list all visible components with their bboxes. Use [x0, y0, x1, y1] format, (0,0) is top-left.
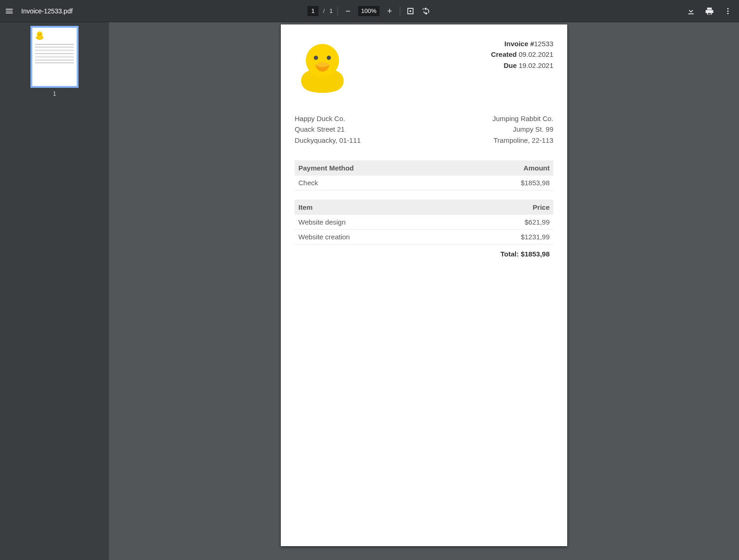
- sender-name: Happy Duck Co.: [295, 113, 361, 124]
- item-header: Item: [295, 200, 454, 215]
- invoice-meta: Invoice #12533 Created 09.02.2021 Due 19…: [491, 38, 553, 71]
- workspace: 1: [0, 22, 739, 560]
- svg-point-5: [38, 33, 39, 34]
- amount-header: Amount: [459, 160, 553, 176]
- item-price: $621,99: [454, 215, 553, 230]
- created-label: Created: [491, 50, 517, 58]
- toolbar-divider: [337, 6, 338, 16]
- fit-page-icon[interactable]: [405, 6, 416, 17]
- page-separator: /: [323, 7, 325, 14]
- recipient-address: Jumping Rabbit Co. Jumpy St. 99 Trampoli…: [492, 113, 553, 146]
- download-icon[interactable]: [685, 6, 697, 17]
- items-table: Item Price Website design $621,99 Websit…: [295, 200, 553, 244]
- document-viewer[interactable]: Invoice #12533 Created 09.02.2021 Due 19…: [109, 22, 739, 560]
- svg-point-11: [327, 56, 331, 60]
- payment-method-value: Check: [295, 176, 459, 190]
- zoom-in-button[interactable]: +: [384, 6, 395, 17]
- created-date: 09.02.2021: [519, 50, 553, 58]
- sender-city: Duckyquacky, 01-111: [295, 135, 361, 146]
- thumbnail-sidebar: 1: [0, 22, 109, 560]
- page-total: 1: [329, 7, 333, 14]
- sender-address: Happy Duck Co. Quack Street 21 Duckyquac…: [295, 113, 361, 146]
- zoom-level-input[interactable]: [358, 6, 379, 16]
- toolbar-divider: [400, 6, 400, 16]
- svg-point-6: [40, 33, 41, 34]
- payment-method-header: Payment Method: [295, 160, 459, 176]
- pdf-toolbar: Invoice-12533.pdf / 1 − +: [0, 0, 739, 22]
- invoice-number-label: Invoice #: [504, 40, 534, 48]
- document-filename: Invoice-12533.pdf: [21, 7, 73, 15]
- price-header: Price: [454, 200, 553, 215]
- recipient-street: Jumpy St. 99: [492, 124, 553, 134]
- payment-table: Payment Method Amount Check $1853,98: [295, 160, 553, 190]
- item-name: Website design: [295, 215, 454, 230]
- svg-point-2: [727, 12, 729, 14]
- pdf-page: Invoice #12533 Created 09.02.2021 Due 19…: [281, 24, 567, 546]
- menu-icon[interactable]: [4, 6, 15, 17]
- table-row: Check $1853,98: [295, 176, 553, 190]
- svg-point-10: [314, 56, 318, 60]
- recipient-name: Jumping Rabbit Co.: [492, 113, 553, 124]
- thumbnail-page-number: 1: [53, 91, 56, 97]
- item-name: Website creation: [295, 229, 454, 244]
- due-date: 19.02.2021: [519, 61, 553, 69]
- zoom-out-button[interactable]: −: [342, 6, 353, 17]
- invoice-total: Total: $1853,98: [295, 244, 553, 258]
- recipient-city: Trampoline, 22-113: [492, 135, 553, 146]
- more-icon[interactable]: [722, 6, 733, 17]
- total-label: Total:: [501, 250, 519, 258]
- payment-amount-value: $1853,98: [459, 176, 553, 190]
- item-price: $1231,99: [454, 229, 553, 244]
- invoice-number-value: 12533: [534, 40, 553, 48]
- svg-point-4: [37, 31, 42, 37]
- table-row: Website design $621,99: [295, 215, 553, 230]
- due-label: Due: [503, 61, 516, 69]
- rotate-icon[interactable]: [420, 6, 431, 17]
- svg-point-0: [727, 8, 729, 9]
- page-number-input[interactable]: [308, 6, 319, 16]
- sender-street: Quack Street 21: [295, 124, 361, 134]
- page-thumbnail[interactable]: [32, 28, 77, 86]
- table-row: Website creation $1231,99: [295, 229, 553, 244]
- svg-point-1: [727, 10, 729, 12]
- company-logo-duck-icon: [295, 38, 350, 94]
- svg-point-9: [306, 44, 339, 77]
- svg-point-7: [38, 34, 41, 36]
- total-value: $1853,98: [521, 250, 550, 258]
- print-icon[interactable]: [704, 6, 715, 17]
